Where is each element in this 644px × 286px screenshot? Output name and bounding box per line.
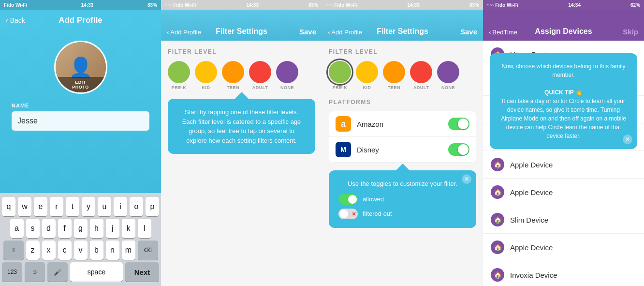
back-button-1[interactable]: ‹ Back bbox=[6, 16, 25, 24]
keyboard-row-3: ⇧ z x c v b n m ⌫ bbox=[2, 241, 159, 260]
device-name-invoxia: Invoxia Device bbox=[510, 271, 557, 279]
device-slim[interactable]: 🏠 Slim Device bbox=[483, 206, 644, 234]
key-n[interactable]: n bbox=[106, 241, 119, 260]
key-h[interactable]: h bbox=[90, 219, 103, 238]
key-d[interactable]: d bbox=[42, 219, 56, 238]
filter-adult-2[interactable]: ADULT bbox=[249, 61, 271, 90]
device-name-apple-4: Apple Device bbox=[510, 188, 553, 196]
filter-kid-3[interactable]: KID bbox=[356, 61, 378, 90]
device-apple-5[interactable]: 🏠 Apple Device bbox=[483, 234, 644, 261]
platform-amazon: a Amazon bbox=[329, 111, 476, 137]
close-tooltip-button-3[interactable]: ✕ bbox=[462, 174, 471, 184]
next-key[interactable]: Next bbox=[125, 262, 159, 282]
save-button-3[interactable]: Save bbox=[460, 28, 477, 36]
key-l[interactable]: l bbox=[138, 219, 151, 238]
label-teen-2: TEEN bbox=[227, 85, 239, 90]
disney-toggle[interactable] bbox=[448, 143, 469, 156]
skip-button[interactable]: Skip bbox=[623, 28, 638, 36]
key-y[interactable]: y bbox=[82, 197, 95, 216]
filter-none-3[interactable]: NONE bbox=[437, 61, 459, 90]
save-button-2[interactable]: Save bbox=[299, 28, 316, 36]
numbers-key[interactable]: 123 bbox=[2, 262, 22, 282]
keyboard-row-1: q w e r t y u i o p bbox=[2, 197, 159, 216]
name-input[interactable] bbox=[12, 111, 149, 131]
emoji-key[interactable]: ☺ bbox=[25, 262, 45, 282]
back-label-3: Add Profile bbox=[331, 29, 362, 36]
key-x[interactable]: x bbox=[42, 241, 56, 260]
device-apple-3[interactable]: 🏠 Apple Device bbox=[483, 151, 644, 179]
backspace-key[interactable]: ⌫ bbox=[138, 241, 158, 260]
panel-assign-devices: ···○ Fido Wi-Fi 14:34 62% ‹ BedTime Assi… bbox=[483, 0, 644, 286]
nav-bar-1: ‹ Back Add Profile bbox=[0, 10, 161, 31]
label-none-2: NONE bbox=[280, 85, 294, 90]
key-e[interactable]: e bbox=[34, 197, 47, 216]
device-apple-4[interactable]: 🏠 Apple Device bbox=[483, 179, 644, 206]
device-invoxia[interactable]: 🏠 Invoxia Device bbox=[483, 261, 644, 286]
key-c[interactable]: c bbox=[58, 241, 72, 260]
time-2: 14:33 bbox=[246, 2, 259, 8]
key-q[interactable]: q bbox=[2, 197, 15, 216]
key-s[interactable]: s bbox=[26, 219, 40, 238]
time-1: 14:33 bbox=[81, 2, 94, 8]
battery-4: 62% bbox=[630, 2, 640, 8]
label-kid-2: KID bbox=[202, 85, 210, 90]
close-tooltip-button-4[interactable]: ✕ bbox=[623, 135, 632, 144]
carrier-1: Fido Wi-Fi bbox=[4, 2, 27, 8]
back-button-4[interactable]: ‹ BedTime bbox=[489, 29, 517, 36]
key-u[interactable]: u bbox=[98, 197, 111, 216]
carrier-2: ···○ Fido Wi-Fi bbox=[165, 2, 196, 8]
key-k[interactable]: k bbox=[122, 219, 135, 238]
legend-filtered-label: filtered out bbox=[363, 209, 392, 219]
device-icon-apple-5: 🏠 bbox=[491, 241, 504, 254]
label-prek-3: PRE-K bbox=[333, 85, 348, 90]
filter-prek-3[interactable]: PRE-K bbox=[329, 61, 351, 90]
platform-list: a Amazon M Disney bbox=[329, 111, 476, 163]
mic-key[interactable]: 🎤 bbox=[47, 262, 68, 282]
label-adult-2: ADULT bbox=[252, 85, 268, 90]
keyboard-row-2: a s d f g h j k l bbox=[2, 219, 159, 238]
circle-none-3 bbox=[437, 61, 459, 83]
time-3: 14:33 bbox=[407, 2, 420, 8]
filter-teen-3[interactable]: TEEN bbox=[383, 61, 405, 90]
filter-prek-2[interactable]: PRE-K bbox=[168, 61, 190, 90]
back-label-2: Add Profile bbox=[170, 29, 201, 36]
amazon-toggle[interactable] bbox=[448, 118, 469, 130]
key-r[interactable]: r bbox=[50, 197, 63, 216]
key-p[interactable]: p bbox=[146, 197, 159, 216]
filter-adult-3[interactable]: ADULT bbox=[410, 61, 432, 90]
filter-teen-2[interactable]: TEEN bbox=[222, 61, 244, 90]
label-none-3: NONE bbox=[441, 85, 455, 90]
device-icon-apple-4: 🏠 bbox=[491, 185, 504, 199]
shift-key[interactable]: ⇧ bbox=[3, 241, 24, 260]
key-i[interactable]: i bbox=[114, 197, 127, 216]
back-button-3[interactable]: ‹ Add Profile bbox=[328, 29, 362, 36]
toggle-tooltip: ✕ Use the toggles to customize your filt… bbox=[329, 170, 476, 228]
key-t[interactable]: t bbox=[66, 197, 79, 216]
key-a[interactable]: a bbox=[10, 219, 24, 238]
key-b[interactable]: b bbox=[90, 241, 103, 260]
platform-disney: M Disney bbox=[329, 137, 476, 163]
circle-teen-2 bbox=[222, 61, 244, 83]
nav-title-4: Assign Devices bbox=[535, 27, 592, 36]
status-bar-1: Fido Wi-Fi 14:33 83% bbox=[0, 0, 161, 10]
filter-none-2[interactable]: NONE bbox=[276, 61, 298, 90]
key-o[interactable]: o bbox=[130, 197, 143, 216]
filter-tooltip-2: Start by tapping one of these filter lev… bbox=[168, 99, 315, 154]
filter-kid-2[interactable]: KID bbox=[195, 61, 217, 90]
nav-title-2: Filter Settings bbox=[216, 27, 267, 36]
back-button-2[interactable]: ‹ Add Profile bbox=[167, 29, 201, 36]
key-v[interactable]: v bbox=[74, 241, 88, 260]
key-m[interactable]: m bbox=[122, 241, 135, 260]
key-w[interactable]: w bbox=[18, 197, 31, 216]
key-g[interactable]: g bbox=[74, 219, 88, 238]
legend-filtered: ✕ filtered out bbox=[338, 209, 392, 219]
keyboard: q w e r t y u i o p a s d f g h j k l ⇧ … bbox=[0, 193, 161, 286]
key-j[interactable]: j bbox=[106, 219, 119, 238]
key-f[interactable]: f bbox=[58, 219, 72, 238]
nav-title-1: Add Profile bbox=[59, 15, 102, 25]
avatar[interactable]: 👤 EDITPHOTO bbox=[54, 41, 107, 94]
space-key[interactable]: space bbox=[70, 262, 123, 282]
edit-photo-label: EDITPHOTO bbox=[56, 77, 106, 92]
key-z[interactable]: z bbox=[26, 241, 40, 260]
nav-bar-2: ‹ Add Profile Filter Settings Save bbox=[161, 10, 322, 41]
